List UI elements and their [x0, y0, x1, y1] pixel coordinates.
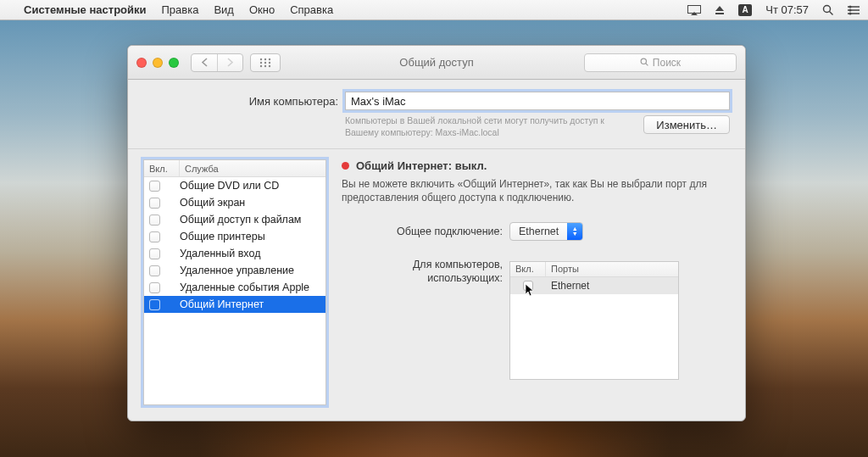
minimize-button[interactable]: [153, 58, 163, 68]
port-checkbox[interactable]: [510, 281, 546, 291]
svg-point-15: [260, 61, 262, 63]
separator: [128, 148, 745, 149]
service-row[interactable]: Общие принтеры: [144, 228, 326, 245]
search-placeholder: Поиск: [653, 57, 681, 69]
service-checkbox[interactable]: [149, 181, 180, 192]
service-label: Общие DVD или CD: [180, 180, 279, 192]
menu-window[interactable]: Окно: [249, 3, 275, 16]
zoom-button[interactable]: [169, 58, 179, 68]
back-button[interactable]: [192, 54, 217, 71]
service-checkbox[interactable]: [149, 198, 180, 209]
svg-point-20: [269, 64, 270, 66]
services-column-on: Вкл.: [144, 160, 180, 176]
service-row[interactable]: Удаленные события Apple: [144, 279, 326, 296]
app-menu[interactable]: Системные настройки: [24, 3, 147, 16]
window-title: Общий доступ: [399, 56, 473, 69]
svg-point-19: [264, 64, 266, 66]
share-from-popup[interactable]: Ethernet ▲▼: [509, 222, 583, 241]
menubar: Системные настройки Правка Вид Окно Спра…: [0, 0, 868, 20]
status-description: Вы не можете включить «Общий Интернет», …: [342, 177, 715, 204]
to-computers-label: Для компьютеров, использующих:: [342, 258, 503, 286]
close-button[interactable]: [136, 58, 147, 68]
svg-line-5: [830, 11, 833, 14]
clock[interactable]: Чт 07:57: [765, 3, 809, 16]
service-checkbox[interactable]: [149, 215, 180, 226]
menu-help[interactable]: Справка: [290, 3, 333, 16]
svg-point-17: [269, 61, 270, 63]
input-source-icon[interactable]: A: [738, 4, 752, 16]
spotlight-icon[interactable]: [822, 4, 834, 16]
service-row[interactable]: Удаленное управление: [144, 262, 326, 279]
service-label: Общий Интернет: [180, 298, 264, 310]
menu-view[interactable]: Вид: [214, 3, 234, 16]
share-from-value: Ethernet: [510, 226, 567, 237]
ports-column-name: Порты: [546, 262, 678, 276]
svg-point-13: [264, 58, 266, 59]
svg-point-16: [264, 61, 266, 63]
service-row[interactable]: Общие DVD или CD: [144, 177, 326, 194]
popup-arrows-icon: ▲▼: [567, 223, 582, 240]
port-label: Ethernet: [546, 280, 589, 292]
svg-marker-2: [715, 6, 724, 11]
port-row[interactable]: Ethernet: [510, 277, 678, 294]
status-indicator-off: [342, 162, 349, 170]
service-label: Удаленный вход: [180, 248, 260, 259]
svg-point-10: [849, 8, 852, 11]
share-from-label: Общее подключение:: [342, 226, 503, 237]
service-row[interactable]: Общий Интернет: [144, 296, 326, 313]
svg-point-12: [260, 58, 262, 59]
service-row[interactable]: Общий доступ к файлам: [144, 211, 326, 228]
services-column-name: Служба: [180, 160, 326, 176]
svg-point-18: [260, 64, 262, 66]
service-checkbox[interactable]: [149, 265, 180, 276]
svg-rect-3: [715, 13, 724, 14]
window-toolbar: Общий доступ Поиск: [128, 46, 745, 80]
menu-edit[interactable]: Правка: [162, 3, 199, 16]
service-row[interactable]: Удаленный вход: [144, 245, 326, 262]
edit-button[interactable]: Изменить…: [643, 115, 730, 134]
services-list[interactable]: Вкл. Служба Общие DVD или CDОбщий экранО…: [143, 159, 326, 405]
notification-center-icon[interactable]: [848, 5, 860, 15]
service-label: Удаленные события Apple: [180, 281, 309, 293]
ports-column-on: Вкл.: [510, 262, 546, 276]
service-label: Общие принтеры: [180, 231, 265, 242]
ports-list[interactable]: Вкл. Порты Ethernet: [509, 261, 679, 380]
computer-name-label: Имя компьютера:: [143, 95, 338, 108]
svg-point-11: [849, 12, 852, 14]
svg-point-9: [849, 5, 852, 8]
service-label: Общий доступ к файлам: [180, 214, 301, 226]
nav-back-forward: [191, 53, 243, 72]
status-title: Общий Интернет: выкл.: [356, 159, 487, 172]
eject-icon[interactable]: [715, 5, 725, 15]
service-checkbox[interactable]: [149, 299, 180, 310]
sharing-preferences-window: Общий доступ Поиск Имя компьютера: Компь…: [127, 45, 746, 421]
search-input[interactable]: Поиск: [584, 53, 737, 72]
service-checkbox[interactable]: [149, 282, 180, 293]
service-checkbox[interactable]: [149, 231, 180, 242]
service-checkbox[interactable]: [149, 248, 180, 259]
airplay-icon[interactable]: [687, 5, 701, 15]
computer-name-hint: Компьютеры в Вашей локальной сети могут …: [345, 115, 616, 138]
window-traffic-lights: [136, 58, 179, 68]
service-label: Общий экран: [180, 197, 245, 209]
show-all-button[interactable]: [250, 53, 281, 72]
forward-button[interactable]: [217, 54, 242, 71]
computer-name-field[interactable]: [345, 92, 730, 110]
svg-line-22: [646, 64, 648, 66]
svg-point-21: [641, 59, 646, 64]
svg-point-4: [824, 5, 831, 12]
svg-point-14: [269, 58, 270, 59]
service-row[interactable]: Общий экран: [144, 194, 326, 211]
service-label: Удаленное управление: [180, 265, 294, 276]
